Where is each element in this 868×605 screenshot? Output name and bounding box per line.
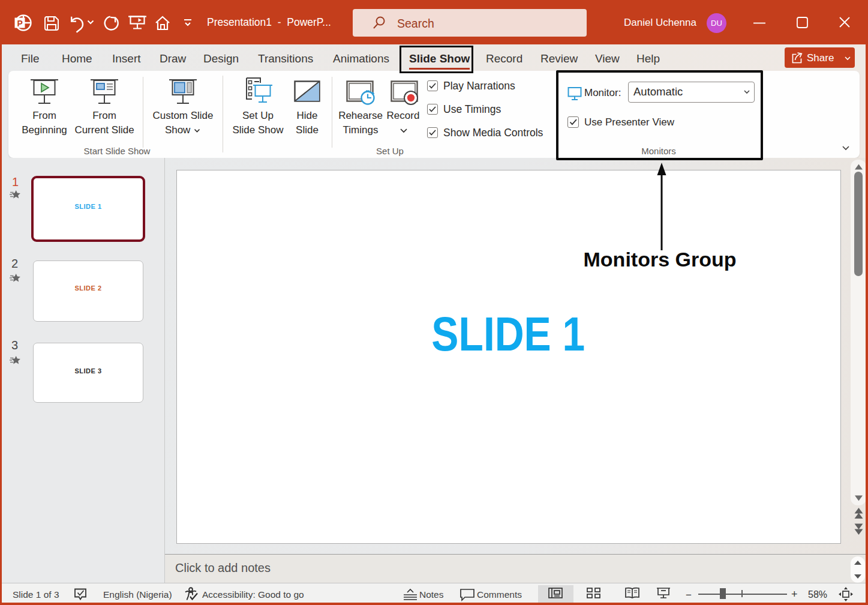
svg-text:P: P: [17, 19, 23, 28]
